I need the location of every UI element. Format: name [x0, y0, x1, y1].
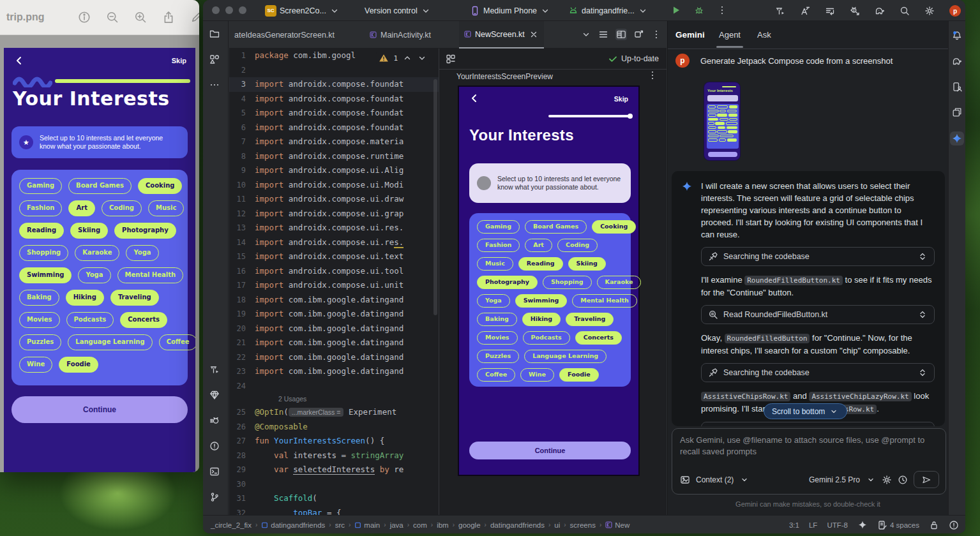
tool-call-label: Searching the codebase	[723, 252, 810, 261]
breadcrumb-item[interactable]: screens	[570, 521, 596, 529]
attach-debugger-icon[interactable]	[850, 5, 860, 17]
breadcrumb-item[interactable]: main	[354, 521, 380, 529]
model-selector[interactable]: Gemini 2.5 Pro	[809, 475, 860, 484]
tab-agent[interactable]: Agent	[719, 30, 741, 40]
send-button[interactable]	[914, 471, 939, 488]
info-icon[interactable]	[78, 11, 91, 24]
window-controls[interactable]	[212, 6, 246, 14]
indent-widget[interactable]: 4 spaces	[877, 520, 919, 530]
breadcrumb-item[interactable]: datingandfriends	[490, 521, 545, 529]
tab-ideas-generator-screen[interactable]: ateIdeasGeneratorScreen.kt	[229, 21, 340, 48]
interest-chip: Baking	[477, 313, 517, 326]
code-view-icon[interactable]	[598, 29, 608, 40]
device-selector[interactable]: Medium Phone	[470, 0, 550, 21]
history-rollback-icon[interactable]	[825, 5, 835, 17]
gemini-settings-icon[interactable]	[882, 475, 892, 485]
prev-problem-icon[interactable]	[402, 53, 412, 63]
split-view-icon[interactable]	[615, 29, 627, 40]
run-config-selector[interactable]: datingandfrie...	[568, 0, 648, 21]
tab-main-activity[interactable]: MainActivity.kt	[365, 21, 436, 48]
code-line: 6import androidx.compose.foundat	[229, 121, 439, 135]
debug-button-icon[interactable]	[694, 5, 704, 15]
resource-manager-icon[interactable]	[209, 54, 220, 64]
inspections-widget[interactable]: 1	[376, 52, 430, 64]
breadcrumb-item[interactable]: src	[335, 521, 345, 529]
tab-new-screen[interactable]: NewScreen.kt	[459, 21, 544, 48]
tab-ask[interactable]: Ask	[757, 30, 771, 40]
thumb-chip	[720, 118, 728, 121]
close-tab-icon[interactable]	[529, 29, 539, 40]
zoom-out-icon[interactable]	[106, 11, 119, 24]
design-view-icon[interactable]	[634, 29, 644, 40]
more-tool-windows-icon[interactable]	[209, 80, 220, 90]
layout-mode-icon[interactable]	[446, 54, 456, 64]
terminal-icon[interactable]	[209, 466, 220, 477]
breadcrumb-item[interactable]: ui	[554, 521, 560, 529]
usages-hint[interactable]: 2 Usages	[229, 393, 439, 405]
code-editor[interactable]: 1package com.ibm.googl23import androidx.…	[229, 48, 439, 515]
inspections-status-icon[interactable]	[949, 520, 959, 530]
search-everywhere-icon[interactable]	[900, 5, 910, 17]
build-tool-icon[interactable]	[775, 5, 785, 17]
zoom-in-icon[interactable]	[134, 11, 147, 24]
next-problem-icon[interactable]	[417, 53, 427, 63]
tool-call-expander[interactable]: Read RoundedFilledButton.kt	[701, 305, 935, 324]
gemini-tool-icon[interactable]	[950, 131, 964, 145]
expand-collapse-icon[interactable]	[917, 251, 928, 262]
screenshot-thumbnail[interactable]: Your Interests	[704, 82, 741, 161]
hidden-tabs-icon[interactable]	[581, 29, 591, 40]
thumb-chip	[708, 118, 718, 121]
interest-chip: Swimming	[515, 294, 568, 308]
more-actions-icon[interactable]	[717, 5, 727, 15]
running-devices-icon[interactable]	[952, 107, 962, 117]
project-widget[interactable]: SC Screen2Co...	[265, 0, 340, 21]
editor-options-icon[interactable]	[651, 29, 661, 40]
context-selector[interactable]: Context (2)	[696, 475, 734, 484]
breadcrumb-item[interactable]: com	[413, 521, 427, 529]
line-ending[interactable]: LF	[809, 521, 817, 529]
encoding[interactable]: UTF-8	[827, 521, 848, 529]
tool-call-expander[interactable]: Searching the codebase	[701, 247, 935, 266]
app-quality-insights-icon[interactable]	[209, 390, 220, 400]
settings-icon[interactable]	[924, 5, 935, 17]
breadcrumb-item[interactable]: java	[390, 521, 403, 529]
ai-status-icon[interactable]	[857, 520, 868, 530]
notifications-icon[interactable]	[952, 31, 962, 41]
user-avatar[interactable]: p	[949, 5, 961, 17]
expand-collapse-icon[interactable]	[917, 309, 928, 320]
editor-scrollbar[interactable]	[433, 79, 437, 315]
git-branch-icon[interactable]	[209, 492, 220, 502]
run-button-icon[interactable]	[671, 5, 681, 15]
lock-icon[interactable]	[929, 520, 939, 530]
line-number: 9	[229, 163, 255, 178]
chevron-down-icon	[329, 6, 340, 16]
breadcrumb-item[interactable]: ibm	[437, 521, 449, 529]
markup-icon[interactable]	[190, 11, 199, 24]
scroll-to-bottom-button[interactable]: Scroll to bottom	[764, 403, 847, 419]
expand-collapse-icon[interactable]	[917, 368, 928, 378]
preview-window-titlebar[interactable]: trip.png	[0, 0, 199, 35]
project-tool-icon[interactable]	[209, 29, 220, 39]
line-number: 18	[229, 293, 255, 308]
gemini-input-placeholder: Ask Gemini, use @filename to attach sour…	[680, 435, 938, 458]
vcs-widget[interactable]: Version control	[365, 0, 431, 21]
attach-image-icon[interactable]	[680, 475, 690, 485]
translate-icon[interactable]	[800, 5, 810, 17]
tool-call-expander[interactable]: Searching the codebase	[701, 363, 935, 382]
breadcrumb-item[interactable]: _circle_2_fix	[211, 521, 252, 529]
breadcrumb-item[interactable]: google	[458, 521, 481, 529]
tool-call-expander[interactable]: Read AssistiveChipsRow.kt	[701, 422, 935, 426]
logcat-icon[interactable]	[209, 415, 220, 426]
gemini-input-box[interactable]: Ask Gemini, use @filename to attach sour…	[672, 428, 946, 495]
gradle-tool-icon[interactable]	[952, 56, 962, 66]
breadcrumb-item[interactable]: New	[605, 521, 629, 529]
share-icon[interactable]	[162, 11, 175, 24]
history-icon[interactable]	[898, 475, 908, 485]
gradle-sync-icon[interactable]	[875, 5, 885, 17]
preview-options-icon[interactable]	[647, 70, 658, 80]
breadcrumb-item[interactable]: datingandfriends	[261, 521, 325, 529]
build-tool-window-icon[interactable]	[209, 364, 220, 375]
device-manager-icon[interactable]	[952, 82, 962, 92]
caret-position[interactable]: 3:1	[789, 521, 799, 529]
problems-icon[interactable]	[209, 441, 220, 451]
